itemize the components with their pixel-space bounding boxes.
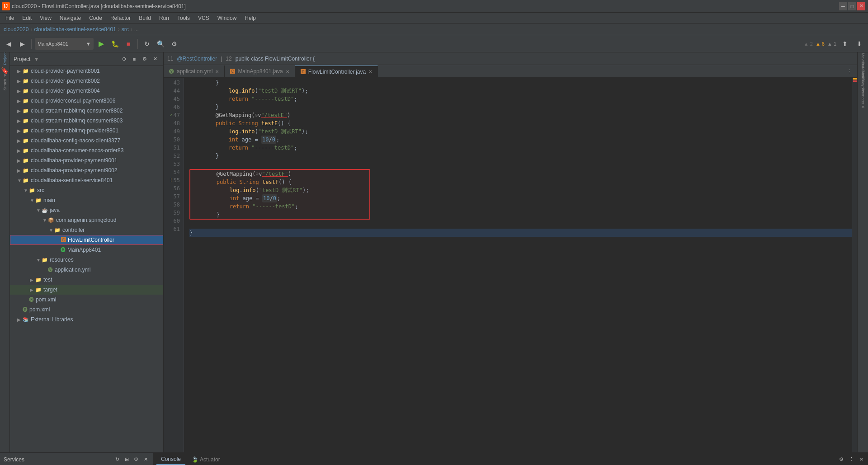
- menu-help[interactable]: Help: [241, 13, 259, 23]
- minimize-button[interactable]: ─: [839, 2, 847, 10]
- breadcrumb-project[interactable]: cloud2020: [4, 26, 28, 33]
- tree-item-appyml[interactable]: 🅨 application.yml: [10, 265, 163, 275]
- tree-item-main[interactable]: ▼ 📁 main: [10, 195, 163, 205]
- tree-item-nacos83[interactable]: ▶ 📁 cloudalibaba-consumer-nacos-order83: [10, 146, 163, 155]
- locate-file-button[interactable]: ⊕: [119, 55, 128, 64]
- close-tab-flowlimit[interactable]: ✕: [368, 69, 372, 74]
- services-group-button[interactable]: ⊞: [123, 456, 131, 464]
- folder-icon: 📁: [23, 158, 29, 164]
- tree-item-payment9002[interactable]: ▶ 📁 cloudalibaba-provider-payment9002: [10, 165, 163, 175]
- maximize-button[interactable]: □: [848, 2, 856, 10]
- tree-item-controller[interactable]: ▼ 📁 controller: [10, 225, 163, 235]
- tree-item-pomxml2[interactable]: 🅜 pom.xml: [10, 305, 163, 315]
- collapse-button[interactable]: ⬇: [854, 38, 865, 50]
- collapse-all-button[interactable]: ≡: [130, 55, 139, 64]
- tree-item-test[interactable]: ▶ 📁 test: [10, 275, 163, 285]
- tree-item-flowlimit-controller[interactable]: 🅲 FlowLimitController: [10, 235, 163, 245]
- tree-item-rabbitmq8803[interactable]: ▶ 📁 cloud-stream-rabbitmq-consumer8803: [10, 116, 163, 126]
- structure-icon[interactable]: Structure: [0, 78, 9, 87]
- services-filter-button[interactable]: ⚙: [132, 456, 140, 464]
- tree-item-rabbitmq8802[interactable]: ▶ 📁 cloud-stream-rabbitmq-consumer8802: [10, 106, 163, 116]
- console-settings-button[interactable]: ⚙: [837, 456, 845, 464]
- menu-vcs[interactable]: VCS: [194, 13, 213, 23]
- tree-item-payment8004[interactable]: ▶ 📁 cloud-provider-payment8004: [10, 86, 163, 96]
- tree-item-rabbitmq8801[interactable]: ▶ 📁 cloud-stream-rabbitmq-provider8801: [10, 126, 163, 136]
- tree-item-nacos3377[interactable]: ▶ 📁 cloudalibaba-config-nacos-client3377: [10, 136, 163, 146]
- run-button[interactable]: ▶: [95, 38, 107, 50]
- warnings-count: ▲ 2: [804, 41, 813, 47]
- menu-refactor[interactable]: Refactor: [107, 13, 134, 23]
- close-panel-button[interactable]: ✕: [151, 55, 160, 64]
- menu-view[interactable]: View: [36, 13, 55, 23]
- close-button[interactable]: ✕: [857, 2, 865, 10]
- breadcrumb-src[interactable]: src: [122, 26, 129, 33]
- code-line-44: log.info("testD 测试RT");: [189, 87, 852, 95]
- tree-item-resources[interactable]: ▼ 📁 resources: [10, 255, 163, 265]
- sync-button[interactable]: ↻: [141, 38, 153, 50]
- key-promoter-toggle[interactable]: Key Promoter X: [859, 89, 868, 99]
- tree-item-external-libs[interactable]: ▶ 📚 External Libraries: [10, 315, 163, 324]
- menu-file[interactable]: File: [2, 13, 18, 23]
- tab-mainapp8401[interactable]: 🅲 MainApp8401.java ✕: [225, 66, 295, 77]
- yaml-tab-icon: 🅨: [169, 69, 174, 74]
- code-line-61: }: [189, 229, 852, 237]
- tab-applicationyml[interactable]: 🅨 application.yml ✕: [164, 66, 225, 77]
- menu-tools[interactable]: Tools: [174, 13, 193, 23]
- stop-button[interactable]: ■: [123, 38, 134, 50]
- menu-window[interactable]: Window: [214, 13, 241, 23]
- title-text: cloud2020 - FlowLimitController.java [cl…: [12, 3, 186, 9]
- forward-button[interactable]: ▶: [16, 38, 28, 50]
- services-close-button[interactable]: ✕: [142, 456, 150, 464]
- tree-item-src[interactable]: ▼ 📁 src: [10, 185, 163, 195]
- menu-code[interactable]: Code: [85, 13, 106, 23]
- class-decl: public class FlowLimitController {: [236, 56, 315, 62]
- tree-item-sentinel8401[interactable]: ▼ 📁 cloudalibaba-sentinel-service8401: [10, 175, 163, 185]
- menu-run[interactable]: Run: [156, 13, 173, 23]
- tab-flowlimitcontroller[interactable]: 🅲 FlowLimitController.java ✕: [295, 66, 378, 77]
- services-refresh-button[interactable]: ↻: [113, 456, 121, 464]
- console-tab-console[interactable]: Console: [156, 454, 185, 465]
- code-editor[interactable]: 43 44 45 46 ✓47 48 49 50 51 52 53 54: [164, 78, 857, 452]
- toolbar-separator-2: [137, 39, 138, 49]
- menu-navigate[interactable]: Navigate: [56, 13, 85, 23]
- annotation-link[interactable]: @RestController: [177, 56, 217, 62]
- tree-item-consul8006[interactable]: ▶ 📁 cloud-providerconsul-payment8006: [10, 96, 163, 106]
- folder-icon: 📁: [23, 68, 29, 74]
- project-panel: Project ▼ ⊕ ≡ ⚙ ✕ ▶ 📁 cloud-provider-pay…: [10, 52, 164, 452]
- tree-item-payment8002[interactable]: ▶ 📁 cloud-provider-payment8002: [10, 76, 163, 86]
- expand-button[interactable]: ⬆: [839, 38, 851, 50]
- tree-item-pomxml1[interactable]: 🅜 pom.xml: [10, 295, 163, 305]
- breadcrumb-module[interactable]: cloudalibaba-sentinel-service8401: [34, 26, 116, 33]
- console-options-button[interactable]: ⋮: [847, 456, 855, 464]
- tree-item-mainapp8401[interactable]: 🅜 MainApp8401: [10, 245, 163, 255]
- back-button[interactable]: ◀: [3, 38, 14, 50]
- folder-icon: 📁: [54, 227, 61, 233]
- recent-files-button[interactable]: ⋮: [844, 66, 855, 77]
- settings-button[interactable]: ⚙: [168, 38, 180, 50]
- tree-item-java[interactable]: ▼ ☕ java: [10, 205, 163, 215]
- menu-edit[interactable]: Edit: [19, 13, 35, 23]
- tree-item-package[interactable]: ▼ 📦 com.angenin.springcloud: [10, 215, 163, 225]
- close-tab-appyml[interactable]: ✕: [215, 69, 219, 74]
- folder-icon: 📁: [23, 98, 29, 104]
- folder-icon: 📁: [42, 257, 48, 263]
- left-edge-panel: Project 🔖 Structure: [0, 52, 10, 452]
- run-config-dropdown[interactable]: MainApp8401▼: [35, 38, 94, 50]
- project-panel-toggle[interactable]: Project: [0, 54, 9, 63]
- menu-bar: File Edit View Navigate Code Refactor Bu…: [0, 13, 868, 23]
- debug-button[interactable]: 🐛: [109, 38, 121, 50]
- search-everywhere-button[interactable]: 🔍: [155, 38, 166, 50]
- folder-icon: 📁: [23, 178, 29, 183]
- close-tab-mainapp[interactable]: ✕: [286, 69, 289, 74]
- editor-container: 11 @RestController | 12 public class Flo…: [164, 52, 857, 452]
- code-content[interactable]: } log.info("testD 测试RT"); return "------…: [184, 78, 852, 452]
- settings-panel-button[interactable]: ⚙: [140, 55, 149, 64]
- console-tab-actuator[interactable]: 🍃Actuator: [187, 455, 225, 465]
- tree-item-target[interactable]: ▶ 📁 target: [10, 285, 163, 295]
- menu-build[interactable]: Build: [135, 13, 155, 23]
- tree-item-payment9001[interactable]: ▶ 📁 cloudalibaba-provider-payment9001: [10, 155, 163, 165]
- file-structure-nav: 11 @RestController | 12 public class Flo…: [164, 52, 857, 65]
- tree-item-payment8001[interactable]: ▶ 📁 cloud-provider-payment8001: [10, 66, 163, 76]
- console-close-button[interactable]: ✕: [857, 456, 865, 464]
- window-controls[interactable]: ─ □ ✕: [839, 2, 868, 10]
